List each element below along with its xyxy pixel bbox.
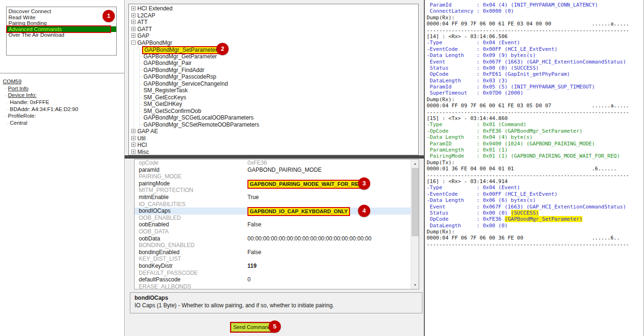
send-command-button[interactable]: Send Command xyxy=(231,323,273,332)
log-line: Dump(Tx): xyxy=(427,160,643,166)
expand-icon[interactable]: + xyxy=(131,150,135,154)
left-panel: Discover ConnectRead WritePairing Bondin… xyxy=(0,0,124,336)
expand-icon[interactable]: + xyxy=(131,136,135,140)
property-row-mitmenable[interactable]: mitmEnableTrue xyxy=(135,194,411,201)
category-listbox[interactable]: Discover ConnectRead WritePairing Bondin… xyxy=(6,7,117,56)
property-row-oobdata[interactable]: oobData00:00:00:00:00:00:00:00:00:00:00:… xyxy=(135,235,411,242)
expand-icon[interactable]: + xyxy=(131,27,135,31)
scrollbar-thumb[interactable] xyxy=(412,168,419,236)
device-node-device-info[interactable]: Device Info: xyxy=(0,92,124,99)
list-item-pairing-bonding[interactable]: Pairing Bonding xyxy=(7,20,116,26)
tree-item-label: HCI xyxy=(137,142,147,148)
log-text: OpCode : 0xFE36 xyxy=(427,216,505,222)
expand-icon[interactable]: + xyxy=(131,129,135,133)
tree-item-sm-getscconfirmoob[interactable]: SM_GetScConfirmOob xyxy=(129,108,418,115)
property-name: OOB_ENABLED xyxy=(135,215,246,222)
tree-item-gapbondmgr-scsetremoteoobparameters[interactable]: GAPBondMgr_SCSetRemoteOOBParameters xyxy=(129,121,418,128)
device-node-central[interactable]: Central xyxy=(0,120,124,127)
property-name: MITM_PROTECTION xyxy=(135,187,246,194)
log-line: ----------------------------------------… xyxy=(427,172,643,178)
scroll-down-icon[interactable]: ▼ xyxy=(411,281,419,289)
tree-item-label: SM_GetDHKey xyxy=(143,101,182,107)
device-node-com59[interactable]: COM59 xyxy=(0,78,124,85)
tree-item-gatt[interactable]: +GATT xyxy=(129,26,418,33)
log-line: DataLength : 0x00 (0) xyxy=(427,223,643,229)
tree-item-sm-registertask[interactable]: SM_RegisterTask xyxy=(129,87,418,94)
list-item-discover-connect[interactable]: Discover Connect xyxy=(7,8,116,15)
collapse-icon[interactable]: - xyxy=(131,40,135,45)
horizontal-splitter[interactable] xyxy=(125,155,424,159)
tree-item-hci-extended[interactable]: +HCI Extended xyxy=(129,5,418,12)
tree-item-gapbondmgr-setparameter[interactable]: GAPBondMgr_SetParameter2 xyxy=(129,46,418,53)
log-line: [14] : <Rx> - 03:14:06.506 xyxy=(427,33,643,40)
property-row-pairingmode[interactable]: pairingModeGAPBOND_PAIRING_MODE_WAIT_FOR… xyxy=(135,180,411,187)
log-line: Dump(Rx): xyxy=(427,15,643,21)
tree-item-gapbondmgr-servicechangeind[interactable]: GAPBondMgr_ServiceChangeInd xyxy=(129,80,418,88)
property-row-defaultpasscode[interactable]: defaultPasscode0 xyxy=(135,276,411,283)
property-row-bonding-enabled[interactable]: BONDING_ENABLED xyxy=(135,242,411,249)
tree-item-l2cap[interactable]: +L2CAP xyxy=(129,12,418,19)
log-line: ParamID : 0x0400 (1024) (GAPBOND_PAIRING… xyxy=(427,141,643,147)
property-row-key-dist-list[interactable]: KEY_DIST_LIST xyxy=(135,256,411,263)
expand-icon[interactable]: + xyxy=(131,20,135,24)
log-text: Status : 0x00 (0) (SUCCESS) xyxy=(427,65,539,71)
property-row-paramid[interactable]: paramIdGAPBOND_PAIRING_MODE xyxy=(135,167,411,174)
log-text: 0000:01 36 FE 04 00 04 01 01 .6...... xyxy=(427,166,617,172)
tree-item-sm-getdhkey[interactable]: SM_GetDHKey xyxy=(129,101,418,108)
expand-icon[interactable]: + xyxy=(131,33,135,38)
device-node-handle-0xfffe[interactable]: Handle: 0xFFFE xyxy=(0,99,124,106)
property-name: opCode xyxy=(135,160,246,167)
tree-item-gapbondmgr-pair[interactable]: GAPBondMgr_Pair xyxy=(129,60,418,67)
property-name: oobEnabled xyxy=(135,221,246,228)
expand-icon[interactable]: + xyxy=(131,143,135,147)
log-text: [15] : <Tx> - 03:14:44.860 xyxy=(427,115,508,121)
property-value xyxy=(246,270,411,277)
property-row-oobenabled[interactable]: oobEnabledFalse xyxy=(135,221,411,228)
property-row-erase-allbonds[interactable]: ERASE_ALLBONDS xyxy=(135,283,411,289)
device-node-bdaddr-a4-34-f1-ae-d2-90[interactable]: BDAddr: A4:34:F1:AE:D2:90 xyxy=(0,106,124,113)
expand-icon[interactable]: + xyxy=(131,6,135,10)
log-line: -Type : 0x04 (Event) xyxy=(427,40,643,46)
property-value: False xyxy=(246,249,411,256)
log-text: DataLength : 0x00 (0) xyxy=(427,223,508,229)
tree-item-sm-getecckeys[interactable]: SM_GetEccKeys xyxy=(129,94,418,101)
tree-item-gapbondmgr-scgetlocaloobparameters[interactable]: GAPBondMgr_SCGetLocalOOBParameters xyxy=(129,114,418,121)
property-row-default-passcode[interactable]: DEFAULT_PASSCODE xyxy=(135,270,411,277)
property-row-io-capabilities[interactable]: IO_CAPABILITIES xyxy=(135,201,411,208)
annotation-badge-1: 1 xyxy=(103,10,115,22)
property-row-pairing-mode[interactable]: PAIRING_MODE xyxy=(135,173,411,180)
tree-item-gapbondmgr[interactable]: -GAPBondMgr xyxy=(129,40,418,47)
device-node-port-info[interactable]: Port Info xyxy=(0,85,124,92)
property-name: OOB_DATA xyxy=(135,228,246,235)
tree-item-att[interactable]: +ATT xyxy=(129,19,418,26)
property-row-opcode[interactable]: opCode0xFE36 xyxy=(135,160,411,167)
tree-item-hci[interactable]: +HCI xyxy=(129,142,418,149)
log-panel[interactable]: ParamId : 0x04 (4) (INIT_PHYPARAM_CONN_L… xyxy=(424,0,644,336)
device-tree: COM59Port InfoDevice Info:Handle: 0xFFFE… xyxy=(0,73,124,336)
list-item-over-the-air-download[interactable]: Over The Air Download xyxy=(7,32,116,38)
tree-item-gapbondmgr-findaddr[interactable]: GAPBondMgr_FindAddr xyxy=(129,67,418,74)
property-description-title: bondIOCaps xyxy=(135,294,418,302)
device-node-profilerole[interactable]: ProfileRole: xyxy=(0,112,124,120)
tree-item-gap[interactable]: +GAP xyxy=(129,32,418,40)
log-line: Event : 0x067F (1663) (GAP_HCI_Extention… xyxy=(427,204,643,210)
tree-item-label: GAPBondMgr_SCGetLocalOOBParameters xyxy=(143,114,254,121)
property-row-bondiocaps[interactable]: bondIOCapsGAPBOND_IO_CAP_KEYBOARD_ONLY4 xyxy=(135,208,411,215)
annotation-badge-5: 5 xyxy=(269,320,281,333)
log-line: OpCode : 0xFE61 (GapInit_getPhyParam) xyxy=(427,71,643,77)
tree-item-label: L2CAP xyxy=(137,12,155,19)
tree-item-gapbondmgr-passcodersp[interactable]: GAPBondMgr_PasscodeRsp xyxy=(129,73,418,80)
property-row-oob-data[interactable]: OOB_DATA xyxy=(135,228,411,235)
expand-icon[interactable]: + xyxy=(131,13,135,17)
list-item-advanced-commands[interactable]: Advanced Commands xyxy=(7,26,116,32)
command-tree[interactable]: +HCI Extended+L2CAP+ATT+GATT+GAP-GAPBond… xyxy=(128,4,419,155)
tree-item-misc[interactable]: +Misc xyxy=(129,149,418,156)
log-text: 0000:04 FF 06 7F 06 00 36 FE 00 ......6.… xyxy=(427,235,620,241)
property-row-bondingenabled[interactable]: bondingEnabledFalse xyxy=(135,249,411,256)
tree-item-gap-ae[interactable]: +GAP AE xyxy=(129,128,418,135)
vertical-scrollbar[interactable]: ▲ ▼ xyxy=(411,160,419,289)
list-item-read-write[interactable]: Read Write xyxy=(7,15,116,21)
tree-item-util[interactable]: +Util xyxy=(129,135,418,142)
property-row-bondkeydistr[interactable]: bondKeyDistr119 xyxy=(135,263,411,270)
scroll-up-icon[interactable]: ▲ xyxy=(411,160,419,168)
